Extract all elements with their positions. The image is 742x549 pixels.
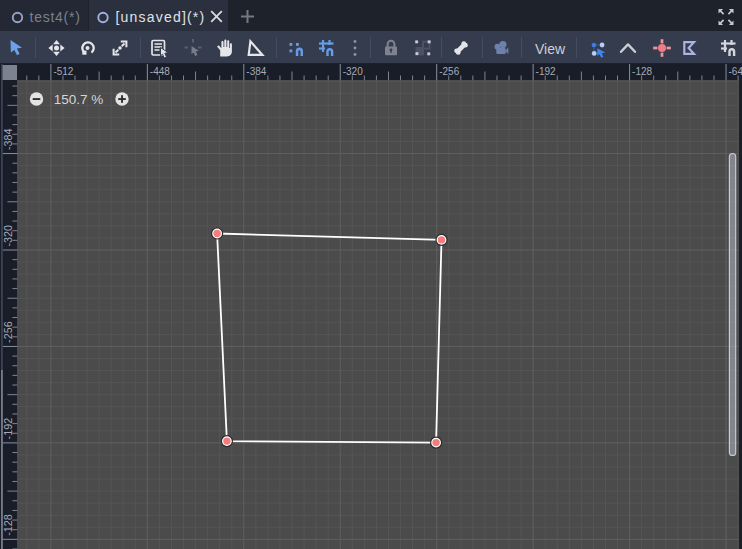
svg-text:-384: -384 [2, 128, 14, 150]
svg-text:-192: -192 [2, 418, 14, 440]
svg-text:-320: -320 [343, 66, 363, 77]
svg-text:-320: -320 [2, 225, 14, 247]
svg-text:-448: -448 [150, 66, 170, 77]
svg-text:test4(*): test4(*) [30, 9, 81, 25]
svg-text:-192: -192 [536, 66, 556, 77]
svg-text:[unsaved](*): [unsaved](*) [116, 9, 206, 25]
svg-text:-256: -256 [2, 321, 14, 343]
svg-text:-64: -64 [729, 66, 742, 77]
svg-text:-128: -128 [2, 514, 14, 536]
svg-text:-128: -128 [632, 66, 652, 77]
svg-text:-256: -256 [439, 66, 459, 77]
svg-text:-384: -384 [246, 66, 266, 77]
svg-text:-512: -512 [53, 66, 73, 77]
